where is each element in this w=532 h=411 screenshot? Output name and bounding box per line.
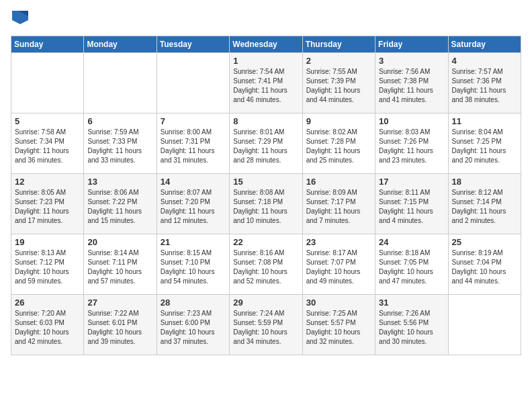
day-number: 15 xyxy=(233,177,298,187)
calendar-cell: 18Sunrise: 8:12 AM Sunset: 7:14 PM Dayli… xyxy=(448,173,521,234)
day-number: 11 xyxy=(452,116,517,126)
day-header-monday: Monday xyxy=(84,36,157,52)
day-number: 22 xyxy=(233,237,298,247)
calendar-week-2: 5Sunrise: 7:58 AM Sunset: 7:34 PM Daylig… xyxy=(11,113,521,173)
calendar-cell: 19Sunrise: 8:13 AM Sunset: 7:12 PM Dayli… xyxy=(11,234,84,294)
day-number: 19 xyxy=(15,237,80,247)
day-info: Sunrise: 7:59 AM Sunset: 7:33 PM Dayligh… xyxy=(87,128,152,165)
day-number: 2 xyxy=(306,56,371,66)
day-info: Sunrise: 7:24 AM Sunset: 5:59 PM Dayligh… xyxy=(233,309,298,347)
day-number: 14 xyxy=(161,177,226,187)
calendar-body: 1Sunrise: 7:54 AM Sunset: 7:41 PM Daylig… xyxy=(11,52,521,355)
calendar-week-1: 1Sunrise: 7:54 AM Sunset: 7:41 PM Daylig… xyxy=(11,52,521,113)
logo xyxy=(11,11,28,28)
calendar-cell: 14Sunrise: 8:07 AM Sunset: 7:20 PM Dayli… xyxy=(157,173,229,234)
day-number: 24 xyxy=(379,237,444,247)
day-number: 26 xyxy=(15,298,80,308)
day-number: 25 xyxy=(452,237,517,247)
day-number: 16 xyxy=(306,177,371,187)
day-info: Sunrise: 8:09 AM Sunset: 7:17 PM Dayligh… xyxy=(306,188,371,226)
day-number: 18 xyxy=(452,177,517,187)
calendar-cell: 10Sunrise: 8:03 AM Sunset: 7:26 PM Dayli… xyxy=(375,113,448,173)
day-number: 4 xyxy=(452,56,517,66)
day-number: 8 xyxy=(233,116,298,126)
day-info: Sunrise: 8:00 AM Sunset: 7:31 PM Dayligh… xyxy=(161,128,226,165)
day-header-wednesday: Wednesday xyxy=(230,36,302,52)
day-info: Sunrise: 7:58 AM Sunset: 7:34 PM Dayligh… xyxy=(15,128,80,165)
calendar-week-4: 19Sunrise: 8:13 AM Sunset: 7:12 PM Dayli… xyxy=(11,234,521,294)
day-info: Sunrise: 7:25 AM Sunset: 5:57 PM Dayligh… xyxy=(306,309,371,347)
calendar-table: SundayMondayTuesdayWednesdayThursdayFrid… xyxy=(11,36,521,355)
calendar-week-5: 26Sunrise: 7:20 AM Sunset: 6:03 PM Dayli… xyxy=(11,294,521,355)
logo-icon xyxy=(12,11,28,24)
calendar-cell xyxy=(448,294,521,355)
calendar-cell: 13Sunrise: 8:06 AM Sunset: 7:22 PM Dayli… xyxy=(84,173,157,234)
day-info: Sunrise: 8:19 AM Sunset: 7:04 PM Dayligh… xyxy=(452,248,517,286)
calendar-cell: 23Sunrise: 8:17 AM Sunset: 7:07 PM Dayli… xyxy=(302,234,375,294)
calendar-week-3: 12Sunrise: 8:05 AM Sunset: 7:23 PM Dayli… xyxy=(11,173,521,234)
day-number: 7 xyxy=(161,116,226,126)
day-info: Sunrise: 7:57 AM Sunset: 7:36 PM Dayligh… xyxy=(452,67,517,105)
day-number: 17 xyxy=(379,177,444,187)
day-number: 1 xyxy=(233,56,298,66)
day-info: Sunrise: 8:12 AM Sunset: 7:14 PM Dayligh… xyxy=(452,188,517,226)
day-of-week-row: SundayMondayTuesdayWednesdayThursdayFrid… xyxy=(11,36,521,52)
calendar-cell: 7Sunrise: 8:00 AM Sunset: 7:31 PM Daylig… xyxy=(157,113,229,173)
calendar-cell: 20Sunrise: 8:14 AM Sunset: 7:11 PM Dayli… xyxy=(84,234,157,294)
calendar-cell: 25Sunrise: 8:19 AM Sunset: 7:04 PM Dayli… xyxy=(448,234,521,294)
day-number: 30 xyxy=(306,298,371,308)
day-number: 23 xyxy=(306,237,371,247)
day-info: Sunrise: 8:02 AM Sunset: 7:28 PM Dayligh… xyxy=(306,128,371,165)
calendar-cell: 2Sunrise: 7:55 AM Sunset: 7:39 PM Daylig… xyxy=(302,52,375,113)
calendar-cell: 8Sunrise: 8:01 AM Sunset: 7:29 PM Daylig… xyxy=(230,113,302,173)
calendar-cell: 31Sunrise: 7:26 AM Sunset: 5:56 PM Dayli… xyxy=(375,294,448,355)
day-info: Sunrise: 8:14 AM Sunset: 7:11 PM Dayligh… xyxy=(87,248,152,286)
day-info: Sunrise: 7:20 AM Sunset: 6:03 PM Dayligh… xyxy=(15,309,80,347)
day-info: Sunrise: 8:15 AM Sunset: 7:10 PM Dayligh… xyxy=(161,248,226,286)
day-info: Sunrise: 7:54 AM Sunset: 7:41 PM Dayligh… xyxy=(233,67,298,105)
day-number: 13 xyxy=(87,177,152,187)
calendar-cell: 21Sunrise: 8:15 AM Sunset: 7:10 PM Dayli… xyxy=(157,234,229,294)
calendar-cell: 30Sunrise: 7:25 AM Sunset: 5:57 PM Dayli… xyxy=(302,294,375,355)
calendar-cell: 12Sunrise: 8:05 AM Sunset: 7:23 PM Dayli… xyxy=(11,173,84,234)
page-header xyxy=(11,11,521,28)
day-number: 5 xyxy=(15,116,80,126)
calendar-cell: 29Sunrise: 7:24 AM Sunset: 5:59 PM Dayli… xyxy=(230,294,302,355)
calendar-cell xyxy=(11,52,84,113)
day-info: Sunrise: 8:11 AM Sunset: 7:15 PM Dayligh… xyxy=(379,188,444,226)
calendar-cell: 17Sunrise: 8:11 AM Sunset: 7:15 PM Dayli… xyxy=(375,173,448,234)
day-info: Sunrise: 7:55 AM Sunset: 7:39 PM Dayligh… xyxy=(306,67,371,105)
calendar-cell: 26Sunrise: 7:20 AM Sunset: 6:03 PM Dayli… xyxy=(11,294,84,355)
calendar-cell xyxy=(157,52,229,113)
day-header-sunday: Sunday xyxy=(11,36,84,52)
calendar-cell: 22Sunrise: 8:16 AM Sunset: 7:08 PM Dayli… xyxy=(230,234,302,294)
calendar-cell: 16Sunrise: 8:09 AM Sunset: 7:17 PM Dayli… xyxy=(302,173,375,234)
day-info: Sunrise: 8:08 AM Sunset: 7:18 PM Dayligh… xyxy=(233,188,298,226)
day-info: Sunrise: 8:07 AM Sunset: 7:20 PM Dayligh… xyxy=(161,188,226,226)
calendar-cell: 5Sunrise: 7:58 AM Sunset: 7:34 PM Daylig… xyxy=(11,113,84,173)
day-header-tuesday: Tuesday xyxy=(157,36,229,52)
day-header-thursday: Thursday xyxy=(302,36,375,52)
calendar-cell: 3Sunrise: 7:56 AM Sunset: 7:38 PM Daylig… xyxy=(375,52,448,113)
calendar-cell: 9Sunrise: 8:02 AM Sunset: 7:28 PM Daylig… xyxy=(302,113,375,173)
day-number: 12 xyxy=(15,177,80,187)
calendar-cell: 27Sunrise: 7:22 AM Sunset: 6:01 PM Dayli… xyxy=(84,294,157,355)
calendar-cell: 4Sunrise: 7:57 AM Sunset: 7:36 PM Daylig… xyxy=(448,52,521,113)
calendar-cell: 15Sunrise: 8:08 AM Sunset: 7:18 PM Dayli… xyxy=(230,173,302,234)
day-info: Sunrise: 8:06 AM Sunset: 7:22 PM Dayligh… xyxy=(87,188,152,226)
day-info: Sunrise: 8:18 AM Sunset: 7:05 PM Dayligh… xyxy=(379,248,444,286)
day-number: 20 xyxy=(87,237,152,247)
day-number: 29 xyxy=(233,298,298,308)
day-info: Sunrise: 7:23 AM Sunset: 6:00 PM Dayligh… xyxy=(161,309,226,347)
day-info: Sunrise: 7:22 AM Sunset: 6:01 PM Dayligh… xyxy=(87,309,152,347)
day-info: Sunrise: 8:05 AM Sunset: 7:23 PM Dayligh… xyxy=(15,188,80,226)
day-info: Sunrise: 8:03 AM Sunset: 7:26 PM Dayligh… xyxy=(379,128,444,165)
day-info: Sunrise: 7:56 AM Sunset: 7:38 PM Dayligh… xyxy=(379,67,444,105)
day-header-friday: Friday xyxy=(375,36,448,52)
day-number: 6 xyxy=(87,116,152,126)
day-info: Sunrise: 8:17 AM Sunset: 7:07 PM Dayligh… xyxy=(306,248,371,286)
calendar-cell: 24Sunrise: 8:18 AM Sunset: 7:05 PM Dayli… xyxy=(375,234,448,294)
day-info: Sunrise: 8:13 AM Sunset: 7:12 PM Dayligh… xyxy=(15,248,80,286)
day-number: 3 xyxy=(379,56,444,66)
calendar-cell: 11Sunrise: 8:04 AM Sunset: 7:25 PM Dayli… xyxy=(448,113,521,173)
